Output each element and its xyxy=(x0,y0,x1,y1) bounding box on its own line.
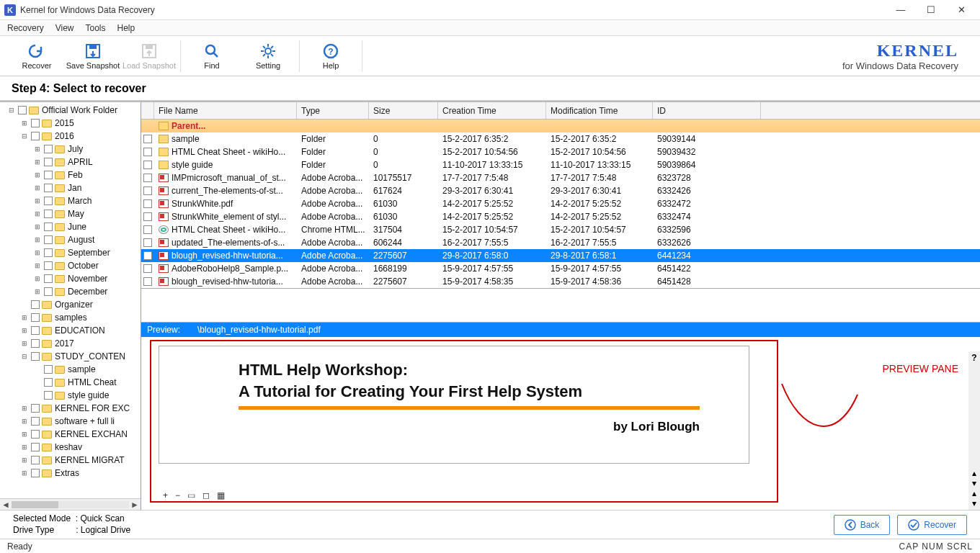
col-size[interactable]: Size xyxy=(369,102,438,119)
row-checkbox[interactable] xyxy=(143,174,152,182)
checkbox[interactable] xyxy=(44,222,53,231)
expander-icon[interactable]: ⊞ xyxy=(33,145,42,153)
checkbox[interactable] xyxy=(44,197,53,205)
checkbox[interactable] xyxy=(18,106,27,114)
checkbox[interactable] xyxy=(44,274,53,283)
preview-vscroll[interactable]: ? ▴ ▾ ▴ ▾ xyxy=(968,351,980,510)
tree-node[interactable]: ⊞samples xyxy=(1,311,141,324)
tree-node[interactable]: ⊞software + full li xyxy=(1,415,141,428)
checkbox[interactable] xyxy=(44,248,53,257)
table-row[interactable]: HTML Cheat Sheet - wikiHo...Chrome HTML.… xyxy=(141,223,980,236)
menu-recovery[interactable]: Recovery xyxy=(7,23,44,33)
tree-node[interactable]: ⊞2017 xyxy=(1,337,141,350)
expander-icon[interactable]: ⊞ xyxy=(20,469,29,477)
tree-node[interactable]: sample xyxy=(1,363,141,376)
table-row[interactable]: blough_revised-hhw-tutoria...Adobe Acrob… xyxy=(141,275,980,288)
table-row[interactable]: AdobeRoboHelp8_Sample.p...Adobe Acroba..… xyxy=(141,262,980,275)
checkbox[interactable] xyxy=(31,417,40,426)
row-checkbox[interactable] xyxy=(143,251,152,260)
expander-icon[interactable]: ⊞ xyxy=(20,444,29,451)
checkbox[interactable] xyxy=(44,184,53,192)
scroll-down2-icon[interactable]: ▾ xyxy=(972,498,976,508)
zoom-out-icon[interactable]: − xyxy=(175,490,180,500)
col-creation[interactable]: Creation Time xyxy=(438,102,546,119)
folder-tree[interactable]: ⊟Official Work Folder⊞2015⊟2016⊞July⊞APR… xyxy=(0,102,141,498)
expander-icon[interactable]: ⊞ xyxy=(20,418,29,425)
expander-icon[interactable]: ⊟ xyxy=(20,353,29,360)
scroll-up2-icon[interactable]: ▴ xyxy=(972,488,976,498)
expander-icon[interactable]: ⊞ xyxy=(33,158,42,166)
checkbox[interactable] xyxy=(44,145,53,153)
tree-node[interactable]: ⊞2015 xyxy=(1,117,141,130)
expander-icon[interactable]: ⊞ xyxy=(20,120,29,127)
col-id[interactable]: ID xyxy=(653,102,761,119)
table-row[interactable]: style guideFolder011-10-2017 13:33:1511-… xyxy=(141,158,980,171)
tree-node[interactable]: ⊞Feb xyxy=(1,168,141,181)
find-button[interactable]: Find xyxy=(184,37,240,75)
checkbox[interactable] xyxy=(44,287,53,296)
checkbox[interactable] xyxy=(31,469,40,477)
expander-icon[interactable]: ⊟ xyxy=(20,132,29,140)
scroll-up-icon[interactable]: ▴ xyxy=(972,468,976,478)
expander-icon[interactable]: ⊞ xyxy=(33,223,42,230)
checkbox[interactable] xyxy=(31,326,40,335)
tree-node[interactable]: ⊞APRIL xyxy=(1,156,141,168)
tree-node[interactable]: ⊞June xyxy=(1,220,141,233)
tree-node[interactable]: ⊞Jan xyxy=(1,181,141,194)
checkbox[interactable] xyxy=(31,132,40,140)
tree-node[interactable]: ⊞August xyxy=(1,233,141,246)
row-checkbox[interactable] xyxy=(143,148,152,156)
recover-button[interactable]: Recover xyxy=(897,515,967,535)
checkbox[interactable] xyxy=(31,313,40,322)
fit-width-icon[interactable]: ▭ xyxy=(187,490,195,500)
checkbox[interactable] xyxy=(31,339,40,348)
expander-icon[interactable]: ⊞ xyxy=(20,405,29,412)
checkbox[interactable] xyxy=(44,378,53,387)
checkbox[interactable] xyxy=(44,171,53,179)
maximize-button[interactable]: ☐ xyxy=(922,3,940,17)
row-checkbox[interactable] xyxy=(143,277,152,286)
row-checkbox[interactable] xyxy=(143,238,152,247)
tree-node[interactable]: ⊞October xyxy=(1,259,141,272)
expander-icon[interactable]: ⊞ xyxy=(33,288,42,295)
checkbox[interactable] xyxy=(31,119,40,127)
table-row[interactable]: IMPmicrosoft_manual_of_st...Adobe Acroba… xyxy=(141,171,980,184)
tree-node[interactable]: ⊞Extras xyxy=(1,467,141,480)
help-button[interactable]: ?Help xyxy=(303,37,359,75)
table-row[interactable]: current_The-elements-of-st...Adobe Acrob… xyxy=(141,184,980,197)
scroll-left-icon[interactable]: ◄ xyxy=(0,500,12,510)
tree-node[interactable]: ⊟2016 xyxy=(1,130,141,143)
tree-node[interactable]: ⊞EDUCATION xyxy=(1,324,141,337)
checkbox[interactable] xyxy=(31,300,40,309)
expander-icon[interactable]: ⊟ xyxy=(7,107,16,114)
expander-icon[interactable]: ⊞ xyxy=(20,457,29,464)
back-button[interactable]: Back xyxy=(834,515,891,535)
tree-node[interactable]: ⊞May xyxy=(1,207,141,220)
tree-node[interactable]: ⊟STUDY_CONTEN xyxy=(1,350,141,363)
table-row[interactable]: sampleFolder015-2-2017 6:35:215-2-2017 6… xyxy=(141,132,980,145)
tree-node[interactable]: HTML Cheat xyxy=(1,376,141,389)
expander-icon[interactable]: ⊞ xyxy=(33,262,42,269)
expander-icon[interactable]: ⊞ xyxy=(33,275,42,282)
expander-icon[interactable]: ⊞ xyxy=(33,210,42,217)
tree-node[interactable]: ⊞KERNEL MIGRAT xyxy=(1,454,141,467)
tree-node[interactable]: ⊞KERNEL EXCHAN xyxy=(1,428,141,441)
menu-tools[interactable]: Tools xyxy=(85,23,105,33)
expander-icon[interactable]: ⊞ xyxy=(33,184,42,192)
tree-node[interactable]: ⊞keshav xyxy=(1,441,141,454)
minimize-button[interactable]: ― xyxy=(892,3,909,17)
table-row[interactable]: updated_The-elements-of-s...Adobe Acroba… xyxy=(141,236,980,249)
tree-node[interactable]: ⊞November xyxy=(1,272,141,285)
row-checkbox[interactable] xyxy=(143,212,152,221)
checkbox[interactable] xyxy=(44,391,53,400)
table-row[interactable]: StrunkWhite_element of styl...Adobe Acro… xyxy=(141,210,980,223)
expander-icon[interactable]: ⊞ xyxy=(33,249,42,256)
expander-icon[interactable]: ⊞ xyxy=(20,431,29,438)
row-checkbox[interactable] xyxy=(143,135,152,143)
setting-button[interactable]: Setting xyxy=(240,37,296,75)
recover-button[interactable]: Recover xyxy=(9,37,65,75)
row-checkbox[interactable] xyxy=(143,225,152,234)
tree-node[interactable]: ⊟Official Work Folder xyxy=(1,104,141,117)
checkbox[interactable] xyxy=(44,210,53,218)
row-checkbox[interactable] xyxy=(143,161,152,169)
